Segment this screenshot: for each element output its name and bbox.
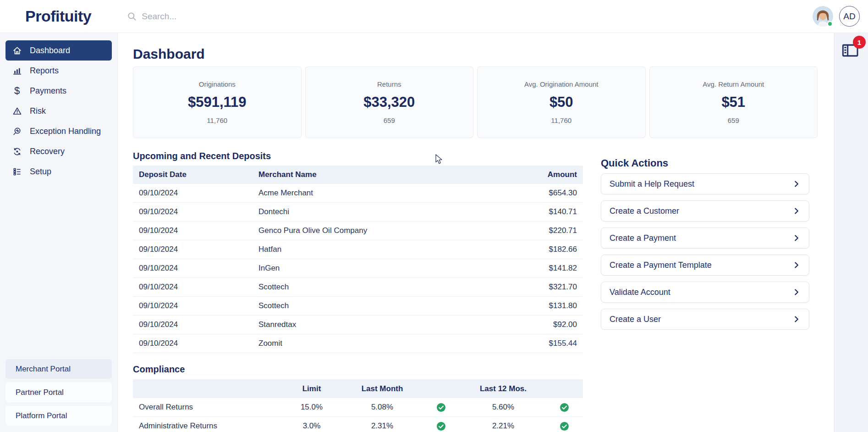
cell-amount: $131.80 <box>485 301 577 310</box>
validate-account-button[interactable]: Validate Account <box>601 282 809 303</box>
cell-amount: $321.70 <box>485 282 577 292</box>
stat-sub-count: 659 <box>384 116 395 124</box>
cell-merchant-name: Zoomit <box>258 339 485 348</box>
stat-card-avg-origination: Avg. Origination Amount $50 11,760 <box>477 66 646 138</box>
stat-label: Avg. Origination Amount <box>524 80 598 88</box>
sidebar-item-label: Dashboard <box>30 46 70 55</box>
stat-label: Avg. Return Amount <box>703 80 764 88</box>
compliance-last-month-value: 2.31% <box>344 421 421 431</box>
sidebar-item-recovery[interactable]: Recovery <box>5 141 112 161</box>
cell-amount: $141.82 <box>485 264 577 273</box>
stat-card-originations: Originations $591,119 11,760 <box>133 66 302 138</box>
user-initials-badge[interactable]: AD <box>839 6 860 27</box>
pass-check-icon <box>436 403 446 412</box>
compliance-table-header: Limit Last Month Last 12 Mos. <box>133 379 583 398</box>
sidebar-item-label: Payments <box>30 86 66 96</box>
table-row[interactable]: 09/10/2024 Stanredtax $92.00 <box>133 316 583 334</box>
sidebar-item-setup[interactable]: Setup <box>5 161 112 182</box>
cell-merchant-name: Stanredtax <box>258 320 485 329</box>
platform-portal-button[interactable]: Platform Portal <box>5 406 112 426</box>
merchant-portal-button[interactable]: Merchant Portal <box>5 359 112 379</box>
cell-deposit-date: 09/10/2024 <box>139 320 258 329</box>
stat-value: $51 <box>721 94 745 111</box>
cell-amount: $140.71 <box>485 207 577 216</box>
sidebar-item-dashboard[interactable]: Dashboard <box>5 40 112 61</box>
column-header-amount: Amount <box>485 170 577 179</box>
cell-merchant-name: Hatfan <box>258 245 485 254</box>
compliance-row-overall-returns: Overall Returns 15.0% 5.08% 5.60% <box>133 398 583 417</box>
sidebar-item-label: Recovery <box>30 147 65 156</box>
chevron-right-icon <box>792 180 801 188</box>
table-row[interactable]: 09/10/2024 InGen $141.82 <box>133 259 583 278</box>
cell-merchant-name: InGen <box>258 264 485 273</box>
create-payment-button[interactable]: Create a Payment <box>601 227 809 249</box>
table-row[interactable]: 09/10/2024 Hatfan $182.66 <box>133 240 583 259</box>
cell-deposit-date: 09/10/2024 <box>139 207 258 216</box>
main-content: Dashboard Originations $591,119 11,760 R… <box>118 33 834 432</box>
online-status-dot <box>827 21 833 27</box>
quick-action-label: Create a Payment Template <box>610 260 712 270</box>
compliance-last-12-value: 2.21% <box>461 421 545 431</box>
column-header-last-12-mos: Last 12 Mos. <box>461 384 545 393</box>
stat-sub-count: 11,760 <box>207 116 227 124</box>
stat-value: $50 <box>549 94 573 111</box>
portal-switcher: Merchant Portal Partner Portal Platform … <box>5 359 112 426</box>
create-user-button[interactable]: Create a User <box>601 309 809 330</box>
bar-chart-icon <box>12 66 22 76</box>
stat-value: $33,320 <box>363 94 415 111</box>
quick-action-label: Validate Account <box>610 288 670 297</box>
submit-help-request-button[interactable]: Submit a Help Request <box>601 173 809 194</box>
top-bar: Profituity AD <box>0 0 868 33</box>
table-row[interactable]: 09/10/2024 Dontechi $140.71 <box>133 203 583 222</box>
pass-check-icon <box>436 421 446 431</box>
header-actions: AD <box>813 6 860 27</box>
page-title: Dashboard <box>133 46 205 62</box>
sidebar-item-label: Risk <box>30 106 46 116</box>
dollar-icon: $ <box>12 86 22 96</box>
pass-check-icon <box>560 403 569 412</box>
chevron-right-icon <box>792 234 801 242</box>
compliance-metric-label: Administrative Returns <box>133 421 280 431</box>
cell-deposit-date: 09/10/2024 <box>139 188 258 198</box>
compliance-limit-value: 15.0% <box>280 403 344 412</box>
column-header-last-month: Last Month <box>344 384 421 393</box>
table-row[interactable]: 09/10/2024 Scottech $131.80 <box>133 297 583 316</box>
app-logo[interactable]: Profituity <box>25 7 91 25</box>
cell-deposit-date: 09/10/2024 <box>139 282 258 292</box>
sidebar-item-reports[interactable]: Reports <box>5 61 112 81</box>
compliance-last-12-value: 5.60% <box>461 403 545 412</box>
stat-card-returns: Returns $33,320 659 <box>305 66 474 138</box>
create-payment-template-button[interactable]: Create a Payment Template <box>601 255 809 276</box>
chevron-right-icon <box>792 288 801 296</box>
cell-merchant-name: Acme Merchant <box>258 188 485 198</box>
compliance-status <box>545 421 583 431</box>
portal-label: Platform Portal <box>16 411 67 421</box>
create-customer-button[interactable]: Create a Customer <box>601 200 809 222</box>
cell-deposit-date: 09/10/2024 <box>139 264 258 273</box>
sidebar: Dashboard Reports $ Payments Risk <box>0 33 118 432</box>
search-input[interactable] <box>142 11 307 22</box>
avatar[interactable] <box>813 6 833 27</box>
table-row[interactable]: 09/10/2024 Scottech $321.70 <box>133 278 583 297</box>
cell-deposit-date: 09/10/2024 <box>139 226 258 235</box>
sidebar-item-risk[interactable]: Risk <box>5 101 112 121</box>
table-row[interactable]: 09/10/2024 Acme Merchant $654.30 <box>133 184 583 203</box>
panel-toggle-icon[interactable]: 1 <box>842 43 860 59</box>
notification-badge: 1 <box>853 36 866 49</box>
list-settings-icon <box>12 166 22 177</box>
deposits-table: Deposit Date Merchant Name Amount 09/10/… <box>133 166 583 353</box>
deposits-section-title: Upcoming and Recent Deposits <box>133 151 271 161</box>
compliance-row-administrative-returns: Administrative Returns 3.0% 2.31% 2.21% <box>133 417 583 432</box>
quick-actions-list: Submit a Help Request Create a Customer … <box>601 173 809 330</box>
stats-row: Originations $591,119 11,760 Returns $33… <box>133 66 818 138</box>
table-row[interactable]: 09/10/2024 Genco Pura Olive Oil Company … <box>133 222 583 240</box>
sidebar-item-label: Exception Handling <box>30 127 101 136</box>
compliance-last-month-value: 5.08% <box>344 403 421 412</box>
cell-amount: $220.71 <box>485 226 577 235</box>
quick-action-label: Submit a Help Request <box>610 179 694 189</box>
partner-portal-button[interactable]: Partner Portal <box>5 382 112 402</box>
sidebar-item-exception-handling[interactable]: Exception Handling <box>5 121 112 141</box>
sidebar-item-label: Reports <box>30 66 59 76</box>
sidebar-item-payments[interactable]: $ Payments <box>5 81 112 101</box>
table-row[interactable]: 09/10/2024 Zoomit $155.44 <box>133 334 583 353</box>
